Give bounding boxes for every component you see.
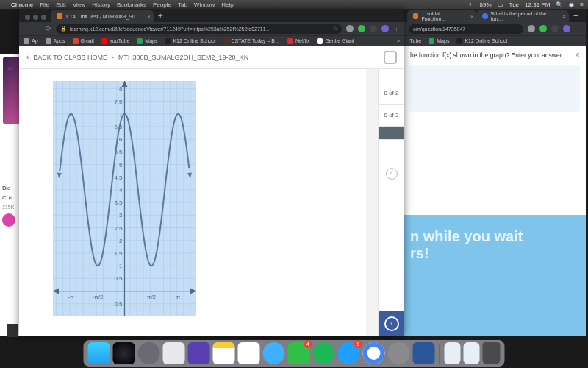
bookmark-netflix[interactable]: Netflix [287,38,309,44]
tab-bg-1[interactable]: …soidal Function…× [407,10,476,22]
answer-input[interactable] [409,65,580,112]
dock-settings[interactable] [388,342,410,364]
extension-icon[interactable] [370,25,377,32]
dock-document[interactable] [445,342,461,364]
dock-facetime[interactable]: 4 [288,342,310,364]
dock-separator [440,344,440,364]
bookmarks-bar-fg: Ap Apps Gmail YouTube Maps K12 Online Sc… [19,35,404,46]
bookmark-maps[interactable]: Maps [429,38,449,44]
dock-spotify[interactable] [313,342,335,364]
profile-icon[interactable] [381,25,389,32]
menu-bookmarks[interactable]: Bookmarks [117,1,146,8]
bookmark-apps2[interactable]: Apps [46,38,65,44]
dock-appstore[interactable]: 1 [338,342,360,364]
url-bg: om/question/14735847 [413,26,465,32]
menu-window[interactable]: Window [194,1,215,8]
window-controls[interactable] [22,15,51,22]
menu-history[interactable]: History [92,1,110,8]
profile-icon[interactable] [563,25,570,32]
tab-fg-1[interactable]: 1.14: Unit Test - MTH308B_Su…× [51,10,154,22]
menu-file[interactable]: File [40,1,49,8]
dock-chrome[interactable] [363,342,385,364]
menu-icon[interactable]: ⋮ [393,25,400,32]
bookmark-k12[interactable]: K12 Online School [456,38,507,44]
bookmark-apps[interactable]: Ap [24,38,38,44]
star-icon[interactable]: ☆ [333,26,337,32]
battery-pct: 89% [480,1,492,8]
check-icon[interactable] [386,168,398,180]
siri-icon[interactable]: ◉ [569,1,574,8]
scrollbar[interactable] [366,69,378,336]
back-icon[interactable]: ← [24,25,30,32]
lesson-header: ‹ BACK TO CLASS HOME - MTH308B_SUMALG2OH… [19,46,404,69]
url-fg: learning.k12.com/d2l/le/sequenceViewer/7… [70,26,271,32]
wait-line-2: rs! [410,245,580,262]
tab-bg-2-label: What is the period of the fun… [491,11,556,21]
badge: 4 [304,340,312,348]
bookmark-giant[interactable]: Gentle Giant [317,38,354,44]
chevron-left-icon[interactable]: ‹ [26,53,29,61]
expand-icon[interactable] [384,51,397,64]
forward-icon[interactable]: → [35,25,41,32]
menubar-day: Tue [509,1,520,8]
dock-messages[interactable] [263,342,285,364]
omnibox-bg[interactable]: om/question/14735847 [409,24,523,34]
dock-siri[interactable] [113,342,135,364]
search-icon[interactable]: 🔍 [556,1,563,8]
menu-people[interactable]: People [153,1,171,8]
bookmark-youtube[interactable]: YouTube [101,38,130,44]
menu-edit[interactable]: Edit [56,1,66,8]
back-to-class-link[interactable]: BACK TO CLASS HOME [33,54,107,61]
avatar[interactable] [2,213,15,227]
dock-finder[interactable] [88,342,110,364]
hamburger-icon[interactable]: ≡ [7,63,13,75]
tab-bg-1-label: …soidal Function… [421,11,463,21]
dock-imovie[interactable] [188,342,210,364]
dock-launchpad[interactable] [138,342,160,364]
dock-mail[interactable] [163,342,185,364]
app-name[interactable]: Chrome [11,1,33,8]
address-bar-bg: om/question/14735847 ⋮ [404,22,586,35]
close-icon[interactable]: × [147,13,151,20]
close-icon[interactable]: × [470,13,474,20]
dock-word[interactable] [413,342,435,364]
bookmarks-bar-bg: iTube Maps K12 Online School [404,35,586,46]
chrome-window-foreground: 1.14: Unit Test - MTH308B_Su…× + ← → ⟳ 🔒… [19,9,404,336]
bookmark-k12[interactable]: K12 Online School [165,38,215,44]
next-button[interactable]: › [379,311,404,336]
wifi-icon[interactable]: ᯤ [468,1,474,8]
notifications-icon[interactable]: ≡ [580,1,584,8]
tab-bg-2[interactable]: What is the period of the fun…× [476,10,569,22]
menu-help[interactable]: Help [221,1,233,8]
extension-icon[interactable] [528,25,535,32]
omnibox-fg[interactable]: 🔒 learning.k12.com/d2l/le/sequenceViewer… [56,24,342,34]
dock-document[interactable] [464,342,480,364]
menu-icon[interactable]: ⋮ [575,25,581,32]
current-question-marker [379,127,404,140]
extension-icon[interactable] [539,25,547,32]
close-icon[interactable]: × [562,13,566,20]
question-side-strip: 0 of 2 0 of 2 › [378,69,404,336]
extension-icon[interactable] [346,25,354,32]
bookmark-cstate[interactable]: CSTATE Today – B… [223,38,280,44]
menu-tab[interactable]: Tab [178,1,187,8]
bookmark-itube[interactable]: iTube [409,38,421,43]
bookmarks-overflow-icon[interactable]: » [397,38,400,43]
bookmark-gmail[interactable]: Gmail [73,38,94,44]
menu-view[interactable]: View [73,1,85,8]
new-tab-button[interactable]: + [569,10,583,22]
progress-stat-1: 0 of 2 [379,82,404,105]
dock-photos[interactable] [238,342,260,364]
extension-icon[interactable] [551,25,559,32]
lock-icon: 🔒 [60,26,67,32]
close-icon[interactable]: × [575,50,580,60]
dock-notes[interactable] [213,342,235,364]
lesson-body: 0 of 2 0 of 2 › [19,69,404,336]
extension-icon[interactable] [358,25,365,32]
tab-strip-bg: …soidal Function…× What is the period of… [404,9,586,22]
bookmark-maps[interactable]: Maps [137,38,157,44]
tab-strip-fg: 1.14: Unit Test - MTH308B_Su…× + [19,9,404,22]
dock-trash[interactable] [483,342,501,364]
reload-icon[interactable]: ⟳ [46,25,51,32]
new-tab-button[interactable]: + [154,10,168,22]
